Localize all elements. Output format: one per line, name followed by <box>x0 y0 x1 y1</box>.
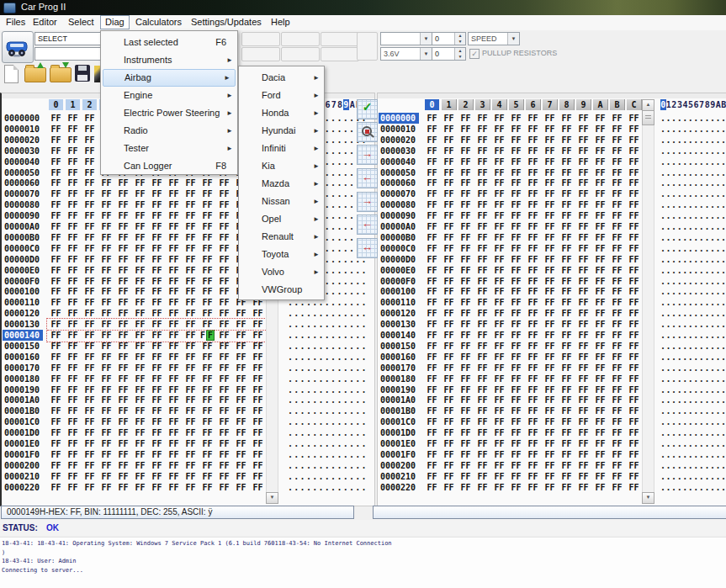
voltage-dropdown[interactable]: 3.6V ▼ <box>380 47 432 61</box>
hex-byte-cell[interactable]: FF <box>183 232 198 243</box>
hex-byte-cell[interactable]: FF <box>526 276 540 287</box>
hex-byte-cell[interactable]: FF <box>543 363 557 373</box>
hex-byte-cell[interactable]: FF <box>576 352 591 363</box>
hex-byte-cell[interactable]: FF <box>49 199 63 210</box>
hex-byte-cell[interactable]: FF <box>593 199 607 210</box>
hex-byte-cell[interactable]: FF <box>82 113 97 124</box>
save-floppy-icon[interactable] <box>75 65 90 82</box>
submenu-item-opel[interactable]: Opel► <box>239 210 324 228</box>
hex-byte-cell[interactable]: FF <box>200 438 215 449</box>
hex-byte-cell[interactable]: FF <box>526 113 540 124</box>
hex-byte-cell[interactable]: FF <box>509 427 523 438</box>
hex-byte-cell[interactable]: FF <box>458 265 473 276</box>
hex-byte-cell[interactable]: FF <box>99 254 114 265</box>
hex-byte-cell[interactable]: FF <box>627 308 641 319</box>
hex-byte-cell[interactable]: FF <box>82 156 97 167</box>
hex-byte-cell[interactable]: FF <box>559 156 574 167</box>
submenu-item-mazda[interactable]: Mazda► <box>239 175 324 193</box>
hex-byte-cell[interactable]: FF <box>99 286 114 297</box>
toolbar-button-3[interactable] <box>321 32 359 46</box>
hex-byte-cell[interactable]: FF <box>82 232 97 243</box>
hex-byte-cell[interactable]: FF <box>150 254 164 265</box>
hex-byte-cell[interactable]: FF <box>442 297 456 308</box>
hex-byte-cell[interactable]: FF <box>559 373 574 384</box>
hex-byte-cell[interactable]: FF <box>593 188 607 199</box>
hex-byte-cell[interactable]: FF <box>559 276 574 287</box>
hex-byte-cell[interactable]: FF <box>576 460 591 471</box>
hex-byte-cell[interactable]: FF <box>217 265 231 276</box>
hex-byte-cell[interactable]: FF <box>234 416 248 427</box>
hex-byte-cell[interactable]: FF <box>425 276 439 287</box>
menubar-select[interactable]: Select <box>64 16 98 29</box>
hex-byte-cell[interactable]: FF <box>593 146 607 156</box>
hex-byte-cell[interactable]: FF <box>425 460 439 471</box>
ascii-row[interactable]: ............. <box>660 113 726 124</box>
hex-byte-cell[interactable]: FF <box>183 460 198 471</box>
hex-byte-cell[interactable]: FF <box>251 384 265 395</box>
hex-byte-cell[interactable]: FF <box>509 405 523 416</box>
hex-byte-cell[interactable]: FF <box>167 232 181 243</box>
hex-byte-cell[interactable]: FF <box>133 395 147 405</box>
hex-byte-cell[interactable]: FF <box>576 330 591 341</box>
hex-byte-cell[interactable]: FF <box>150 449 164 460</box>
hex-byte-cell[interactable]: FF <box>66 243 80 254</box>
copy-left-icon[interactable]: ← <box>357 168 378 188</box>
hex-byte-cell[interactable]: FF <box>492 167 506 178</box>
hex-byte-cell[interactable]: FF <box>593 124 607 135</box>
hex-byte-cell[interactable]: FF <box>200 384 215 395</box>
hex-byte-cell[interactable]: FF <box>49 427 63 438</box>
hex-byte-cell[interactable]: FF <box>576 319 591 330</box>
scrollbar-thumb[interactable] <box>642 110 654 125</box>
hex-byte-cell[interactable]: FF <box>66 460 80 471</box>
hex-byte-cell[interactable]: FF <box>576 341 591 352</box>
hex-byte-cell[interactable]: FF <box>610 232 624 243</box>
hex-byte-cell[interactable]: FF <box>576 384 591 395</box>
hex-byte-cell[interactable]: FF <box>425 167 439 178</box>
hex-byte-cell[interactable]: FF <box>167 188 181 199</box>
hex-byte-cell[interactable]: FF <box>492 113 506 124</box>
hex-byte-cell[interactable]: FF <box>458 384 473 395</box>
scrollbar-track[interactable] <box>642 99 654 494</box>
hex-byte-cell[interactable]: FF <box>442 330 456 341</box>
hex-byte-cell[interactable]: FF <box>627 373 641 384</box>
hex-byte-cell[interactable]: FF <box>82 363 97 373</box>
hex-byte-cell[interactable]: FF <box>82 167 97 178</box>
hex-byte-cell[interactable]: FF <box>543 482 557 493</box>
hex-byte-cell[interactable]: FF <box>627 167 641 178</box>
hex-byte-cell[interactable]: FF <box>217 199 231 210</box>
hex-byte-cell[interactable]: FF <box>200 188 215 199</box>
hex-byte-cell[interactable]: FF <box>593 232 607 243</box>
hex-byte-cell[interactable]: FF <box>627 113 641 124</box>
hex-byte-cell[interactable]: FF <box>526 286 540 297</box>
hex-byte-cell[interactable]: FF <box>99 297 114 308</box>
ascii-row[interactable]: ............. <box>660 297 726 308</box>
hex-byte-cell[interactable]: FF <box>526 243 540 254</box>
hex-byte-cell[interactable]: FF <box>167 482 181 493</box>
hex-byte-cell[interactable]: FF <box>627 341 641 352</box>
hex-byte-cell[interactable]: FF <box>610 124 624 135</box>
hex-byte-cell[interactable]: FF <box>150 188 164 199</box>
ascii-row[interactable]: ............. <box>660 124 726 135</box>
hex-byte-cell[interactable]: FF <box>593 341 607 352</box>
hex-byte-cell[interactable]: FF <box>593 265 607 276</box>
hex-byte-cell[interactable]: FF <box>593 177 607 188</box>
submenu-item-honda[interactable]: Honda► <box>239 104 324 122</box>
ascii-row[interactable]: ............. <box>288 427 368 438</box>
hex-byte-cell[interactable]: FF <box>610 177 624 188</box>
hex-byte-cell[interactable]: FF <box>509 449 523 460</box>
hex-byte-cell[interactable]: FF <box>509 276 523 287</box>
hex-byte-cell[interactable]: FF <box>251 363 265 373</box>
hex-byte-cell[interactable]: FF <box>217 471 231 482</box>
hex-byte-cell[interactable]: FF <box>99 471 114 482</box>
hex-byte-cell[interactable]: FF <box>82 265 97 276</box>
hex-byte-cell[interactable]: FF <box>593 297 607 308</box>
ascii-row[interactable]: ............. <box>660 438 726 449</box>
hex-byte-cell[interactable]: FF <box>99 427 114 438</box>
hex-byte-cell[interactable]: FF <box>425 188 439 199</box>
hex-byte-cell[interactable]: FF <box>610 405 624 416</box>
hex-byte-cell[interactable]: FF <box>116 416 130 427</box>
hex-byte-cell[interactable]: FF <box>492 276 506 287</box>
hex-byte-cell[interactable]: FF <box>82 286 97 297</box>
hex-byte-cell[interactable]: FF <box>543 471 557 482</box>
hex-byte-cell[interactable]: FF <box>150 221 164 232</box>
